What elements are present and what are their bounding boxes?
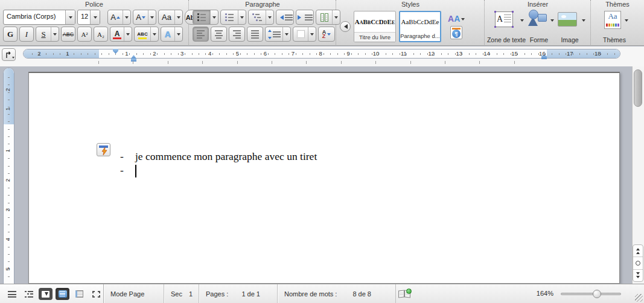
document-workspace: 2112345 - je commence mon paragraphe ave… (0, 66, 644, 284)
word-window: Police Cambria (Corps) 12 A A (0, 0, 644, 303)
word-count-value: 8 de 8 (352, 290, 371, 298)
ribbon-group-styles: Styles AaBbCcDdEe Titre du livre AaBbCcD… (337, 0, 485, 46)
shrink-font-button[interactable]: A (133, 10, 156, 25)
lines-icon (305, 14, 313, 21)
justify-button[interactable] (247, 27, 263, 42)
autocorrect-options-button[interactable] (97, 143, 110, 156)
style-name: Paragraphe d... (400, 31, 440, 41)
styles-scroll-left-button[interactable] (340, 21, 351, 32)
chevron-down-icon[interactable] (124, 27, 132, 41)
publishing-layout-button[interactable] (39, 288, 53, 300)
superscript-button[interactable]: A² (77, 27, 92, 42)
chevron-down-icon[interactable] (90, 10, 100, 24)
multilevel-list-button[interactable] (248, 10, 274, 25)
decrease-indent-button[interactable] (276, 10, 294, 25)
style-item-titre-du-livre[interactable]: AaBbCcDdEe Titre du livre (354, 11, 396, 42)
chevron-down-icon[interactable] (51, 27, 59, 41)
themes-button[interactable]: Aa Thèmes (599, 8, 630, 43)
zoom-percentage[interactable]: 164% (517, 290, 553, 297)
insert-image-button[interactable]: Image (555, 8, 584, 43)
grow-font-button[interactable]: A (107, 10, 131, 25)
change-case-button[interactable]: Aa (158, 10, 183, 25)
outline-view-icon (25, 291, 33, 298)
numbering-button[interactable] (220, 10, 246, 25)
bold-button[interactable]: G (3, 27, 18, 42)
focus-view-button[interactable] (89, 288, 103, 300)
notebook-view-button[interactable] (72, 288, 86, 300)
increase-indent-button[interactable] (296, 10, 314, 25)
lightning-bolt-icon (101, 147, 107, 155)
window-resize-grip[interactable] (635, 294, 643, 302)
next-page-button[interactable] (633, 270, 643, 281)
chevron-down-icon[interactable] (210, 10, 218, 24)
underline-button[interactable]: S (36, 27, 59, 42)
chevron-down-icon[interactable] (550, 19, 554, 24)
chevron-down-icon (12, 57, 14, 60)
themes-label: Thèmes (596, 36, 633, 43)
spelling-status-button[interactable] (398, 289, 412, 299)
paragraph-text[interactable]: je commence mon paragraphe avec un tiret (135, 150, 317, 163)
font-size-combo[interactable]: 12 (77, 10, 100, 25)
word-count-cell[interactable]: Nombre de mots : 8 de 8 (278, 284, 396, 303)
style-preview: AaBbCcDdEe (354, 11, 395, 32)
chevron-down-icon[interactable] (150, 27, 158, 41)
font-name-combo[interactable]: Cambria (Corps) (3, 10, 75, 25)
chevron-down-icon[interactable] (266, 10, 273, 24)
ruler-number: 1 (4, 149, 11, 152)
chevron-down-icon[interactable] (65, 10, 75, 24)
vertical-ruler[interactable]: 2112345 (3, 68, 14, 284)
chevron-down-icon[interactable] (123, 10, 130, 24)
horizontal-ruler[interactable]: 21123456789101112131415161718 (23, 49, 620, 59)
scrollbar-thumb[interactable] (634, 69, 642, 107)
ribbon: Police Cambria (Corps) 12 A A (0, 0, 644, 46)
chevron-down-icon[interactable] (625, 19, 628, 24)
subscript-button[interactable]: A₂ (94, 27, 108, 42)
outline-view-button[interactable] (22, 288, 36, 300)
pages-cell[interactable]: Pages : 1 de 1 (199, 284, 278, 303)
draft-view-button[interactable] (5, 288, 19, 300)
multilevel-list-icon (252, 13, 262, 21)
bullets-button[interactable] (193, 10, 218, 25)
align-center-icon (215, 30, 223, 39)
chevron-down-icon[interactable] (582, 19, 585, 24)
chevron-down-icon[interactable] (148, 10, 156, 24)
tab-stop-icon (5, 51, 13, 59)
borders-button[interactable] (293, 27, 316, 42)
align-center-button[interactable] (211, 27, 227, 42)
up-triangle-icon (116, 14, 120, 19)
image-label: Image (552, 36, 588, 43)
style-item-paragraphe-de-liste[interactable]: AaBbCcDdEe Paragraphe d... (399, 11, 441, 42)
chevron-down-icon[interactable] (174, 10, 182, 24)
strikethrough-button[interactable]: ABC (61, 27, 75, 42)
section-cell[interactable]: Sec 1 (164, 284, 199, 303)
font-color-button[interactable]: A (110, 27, 132, 42)
print-layout-button[interactable] (56, 288, 69, 300)
chevron-down-icon[interactable] (174, 27, 182, 41)
text-effects-button[interactable]: A (161, 27, 183, 42)
ruler-number: 8 (319, 50, 322, 57)
zoom-slider[interactable] (561, 293, 621, 295)
align-right-button[interactable] (229, 27, 245, 42)
ruler-number: 7 (292, 50, 295, 57)
chevron-down-icon[interactable] (520, 19, 524, 24)
styles-pane-button[interactable]: ¶ (450, 26, 462, 39)
select-browse-object-button[interactable] (633, 257, 643, 269)
sort-button[interactable]: AZ (318, 27, 335, 42)
insert-shape-button[interactable]: Forme (525, 8, 553, 43)
shrink-font-icon: A (136, 13, 141, 22)
chevron-down-icon[interactable] (308, 27, 316, 41)
change-styles-button[interactable]: AA (448, 14, 465, 24)
italic-button[interactable]: I (19, 27, 34, 42)
insert-textbox-button[interactable]: A Zone de texte (490, 8, 523, 43)
previous-page-button[interactable] (633, 245, 643, 257)
highlight-button[interactable]: ABC (134, 27, 159, 42)
tab-selector-button[interactable] (2, 48, 16, 61)
zoom-slider-handle[interactable] (593, 290, 601, 298)
align-left-button[interactable] (193, 27, 209, 42)
chevron-down-icon[interactable] (238, 10, 246, 24)
line-spacing-button[interactable] (265, 27, 291, 42)
publishing-layout-icon (42, 291, 49, 298)
document-page[interactable]: - je commence mon paragraphe avec un tir… (28, 72, 620, 284)
chevron-down-icon[interactable] (282, 27, 290, 41)
text-cursor (135, 165, 136, 177)
